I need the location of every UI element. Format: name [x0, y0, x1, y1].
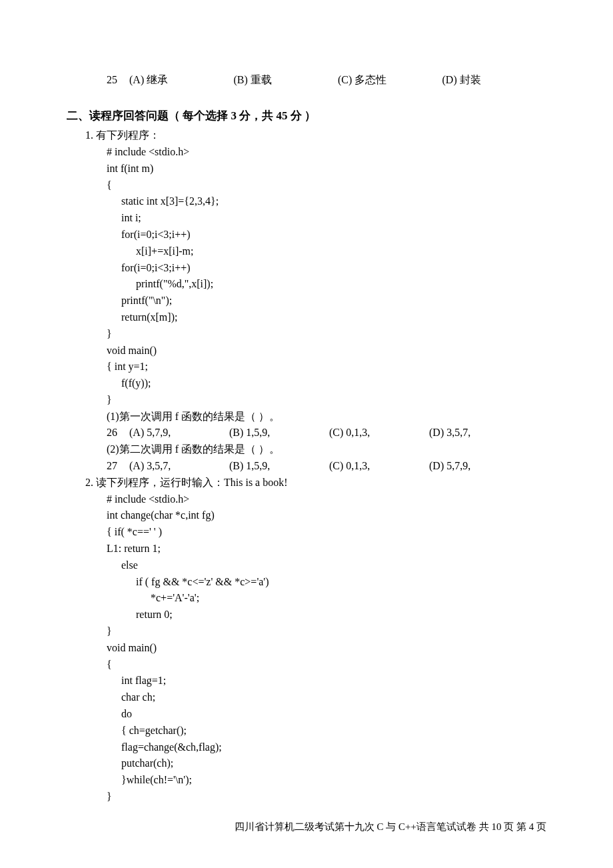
q1-code-15: }: [107, 392, 546, 409]
q1-code-9: printf("\n");: [107, 293, 546, 309]
q2-code-6: *c+='A'-'a';: [107, 590, 546, 607]
q2-code-3: L1: return 1;: [107, 541, 546, 557]
q26-opt-d: (D) 3,5,7,: [429, 425, 529, 441]
q1-code-8: printf("%d,",x[i]);: [107, 276, 546, 293]
q1-code-7: for(i=0;i<3;i++): [107, 260, 546, 277]
q2-code-17: }while(ch!='\n');: [107, 772, 546, 789]
q2-code-5: if ( fg && *c<='z' && *c>='a'): [107, 574, 546, 591]
q25-opt-c: (C) 多态性: [338, 72, 442, 89]
q1-code-2: {: [107, 177, 546, 194]
q1-code-14: f(f(y));: [107, 375, 546, 392]
q1-code-13: { int y=1;: [107, 359, 546, 375]
q2-code-14: { ch=getchar();: [107, 723, 546, 739]
q2-title: 2. 读下列程序，运行时输入：This is a book!: [85, 475, 546, 491]
q27-number: 27: [107, 458, 129, 475]
q1-sub2-text: (2)第二次调用 f 函数的结果是（ ）。: [107, 441, 546, 458]
q26-number: 26: [107, 425, 129, 441]
q27-opt-b: (B) 1,5,9,: [229, 458, 329, 475]
q1-code-5: for(i=0;i<3;i++): [107, 227, 546, 243]
q1-sub1-text: (1)第一次调用 f 函数的结果是（ ）。: [107, 409, 546, 425]
q1-code-3: static int x[3]={2,3,4};: [107, 193, 546, 210]
q25-number: 25: [107, 72, 129, 89]
q25-options: 25 (A) 继承 (B) 重载 (C) 多态性 (D) 封装: [107, 72, 546, 89]
q2-code-16: putchar(ch);: [107, 755, 546, 772]
q2-code-18: }: [107, 789, 546, 805]
q2-code-9: void main(): [107, 640, 546, 657]
q27-options: 27 (A) 3,5,7, (B) 1,5,9, (C) 0,1,3, (D) …: [107, 458, 546, 475]
q1-code-1: int f(int m): [107, 161, 546, 177]
q2-code-12: char ch;: [107, 689, 546, 706]
q1-code-10: return(x[m]);: [107, 309, 546, 326]
section2-heading: 二、读程序回答问题（ 每个选择 3 分，共 45 分 ）: [67, 107, 546, 125]
q2-code-4: else: [107, 557, 546, 574]
q25-opt-b: (B) 重载: [234, 72, 338, 89]
q2-code-0: # include <stdio.h>: [107, 491, 546, 508]
q26-opt-b: (B) 1,5,9,: [229, 425, 329, 441]
q2-code-1: int change(char *c,int fg): [107, 507, 546, 524]
q25-opt-a: (A) 继承: [129, 72, 234, 89]
q2-code-13: do: [107, 706, 546, 723]
q2-code-11: int flag=1;: [107, 673, 546, 689]
q1-title: 1. 有下列程序：: [85, 127, 546, 144]
q27-opt-c: (C) 0,1,3,: [329, 458, 429, 475]
q26-options: 26 (A) 5,7,9, (B) 1,5,9, (C) 0,1,3, (D) …: [107, 425, 546, 441]
q2-code-10: {: [107, 657, 546, 673]
q1-code-12: void main(): [107, 343, 546, 359]
q25-opt-d: (D) 封装: [442, 72, 547, 89]
q27-opt-a: (A) 3,5,7,: [129, 458, 229, 475]
q1-code-4: int i;: [107, 210, 546, 227]
q26-opt-c: (C) 0,1,3,: [329, 425, 429, 441]
q2-code-2: { if( *c==' ' ): [107, 524, 546, 541]
page-footer: 四川省计算机二级考试第十九次 C 与 C++语言笔试试卷 共 10 页 第 4 …: [235, 819, 546, 835]
q1-code-11: }: [107, 326, 546, 343]
q2-code-8: }: [107, 623, 546, 640]
q27-opt-d: (D) 5,7,9,: [429, 458, 529, 475]
q26-opt-a: (A) 5,7,9,: [129, 425, 229, 441]
q2-code-15: flag=change(&ch,flag);: [107, 739, 546, 756]
q2-code-7: return 0;: [107, 607, 546, 623]
q1-code-0: # include <stdio.h>: [107, 144, 546, 161]
q1-code-6: x[i]+=x[i]-m;: [107, 243, 546, 260]
